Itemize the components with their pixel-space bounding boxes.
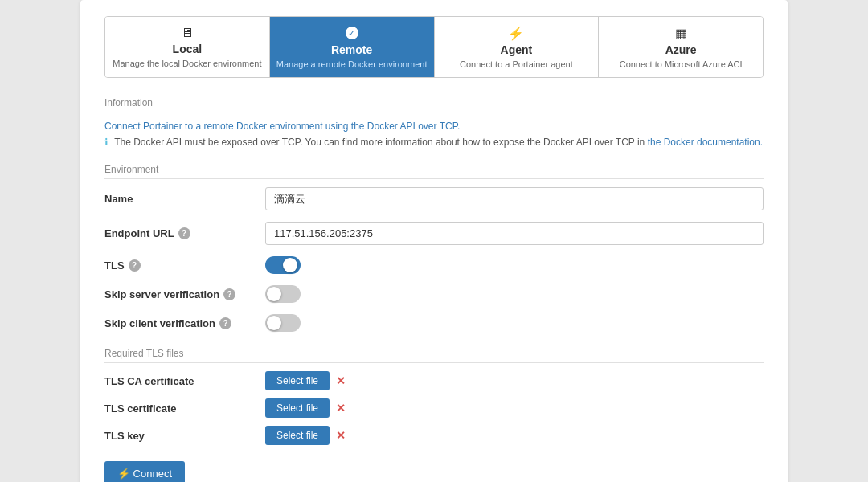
tls-files-section-label: Required TLS files — [104, 348, 764, 363]
tls-toggle[interactable] — [265, 256, 301, 274]
tls-toggle-thumb — [283, 258, 297, 272]
skip-client-toggle-thumb — [267, 316, 281, 330]
skip-client-toggle[interactable] — [265, 314, 301, 332]
tls-cert-row: TLS certificate Select file ✕ — [104, 398, 764, 418]
tls-key-row: TLS key Select file ✕ — [104, 426, 764, 445]
skip-server-toggle-track — [265, 285, 301, 303]
information-section-label: Information — [104, 97, 764, 112]
connect-button-container: ⚡ Connect — [104, 461, 764, 482]
tab-azure-subtitle: Connect to Microsoft Azure ACI — [620, 59, 743, 69]
tls-label: TLS ? — [104, 259, 265, 272]
remote-check-icon: ✓ — [344, 25, 360, 41]
skip-server-row: Skip server verification ? — [104, 285, 764, 303]
azure-icon: ▦ — [675, 26, 687, 41]
environment-section: Environment Name Endpoint URL ? TLS ? — [104, 164, 764, 332]
name-input[interactable] — [265, 187, 764, 210]
tls-toggle-track — [265, 256, 301, 274]
tab-bar: 🖥 Local Manage the local Docker environm… — [104, 16, 764, 78]
skip-client-row: Skip client verification ? — [104, 314, 764, 332]
tab-local[interactable]: 🖥 Local Manage the local Docker environm… — [105, 17, 270, 77]
endpoint-label: Endpoint URL ? — [104, 227, 265, 239]
tls-files-section: Required TLS files TLS CA certificate Se… — [104, 348, 764, 445]
skip-server-label: Skip server verification ? — [104, 288, 265, 300]
tab-local-subtitle: Manage the local Docker environment — [113, 59, 261, 68]
endpoint-help-icon[interactable]: ? — [178, 227, 190, 239]
tab-agent[interactable]: ⚡ Agent Connect to a Portainer agent — [435, 17, 600, 77]
info-icon: ℹ — [104, 137, 108, 148]
tab-azure-title: Azure — [665, 43, 697, 56]
information-section: Information Connect Portainer to a remot… — [104, 97, 764, 148]
tls-key-remove-button[interactable]: ✕ — [336, 429, 346, 442]
name-row: Name — [104, 187, 764, 210]
tls-ca-label: TLS CA certificate — [104, 375, 265, 387]
tls-ca-row: TLS CA certificate Select file ✕ — [104, 371, 764, 390]
tls-row: TLS ? — [104, 256, 764, 274]
tls-cert-label: TLS certificate — [104, 402, 265, 415]
skip-client-label: Skip client verification ? — [104, 317, 265, 329]
tls-cert-remove-button[interactable]: ✕ — [336, 402, 346, 415]
tab-local-title: Local — [173, 43, 203, 55]
connect-button[interactable]: ⚡ Connect — [104, 461, 185, 482]
info-text-content: The Docker API must be exposed over TCP.… — [114, 137, 645, 148]
name-label: Name — [104, 193, 265, 205]
main-container: 🖥 Local Manage the local Docker environm… — [80, 0, 788, 482]
skip-client-toggle-track — [265, 314, 301, 332]
tab-agent-title: Agent — [501, 43, 533, 56]
tab-remote-subtitle: Manage a remote Docker environment — [276, 59, 428, 69]
tls-key-label: TLS key — [104, 430, 265, 442]
tab-remote[interactable]: ✓ Remote Manage a remote Docker environm… — [270, 17, 435, 77]
agent-icon: ⚡ — [508, 26, 524, 41]
skip-client-help-icon[interactable]: ? — [219, 317, 231, 329]
tab-azure[interactable]: ▦ Azure Connect to Microsoft Azure ACI — [599, 17, 763, 77]
tls-cert-select-button[interactable]: Select file — [265, 398, 330, 418]
skip-server-toggle[interactable] — [265, 285, 301, 303]
endpoint-row: Endpoint URL ? — [104, 222, 764, 245]
skip-server-help-icon[interactable]: ? — [223, 288, 235, 300]
tab-remote-title: Remote — [331, 43, 372, 56]
environment-section-label: Environment — [104, 164, 764, 179]
tls-help-icon[interactable]: ? — [129, 259, 141, 272]
tab-agent-subtitle: Connect to a Portainer agent — [460, 59, 573, 69]
info-text: ℹ The Docker API must be exposed over TC… — [104, 137, 764, 148]
info-link[interactable]: Connect Portainer to a remote Docker env… — [104, 120, 764, 132]
skip-server-toggle-thumb — [267, 287, 281, 301]
endpoint-input[interactable] — [265, 222, 764, 245]
tls-ca-remove-button[interactable]: ✕ — [336, 374, 346, 387]
tls-ca-select-button[interactable]: Select file — [265, 371, 330, 390]
tls-key-select-button[interactable]: Select file — [265, 426, 330, 445]
doc-link[interactable]: the Docker documentation. — [648, 137, 763, 148]
local-icon: 🖥 — [181, 26, 194, 40]
